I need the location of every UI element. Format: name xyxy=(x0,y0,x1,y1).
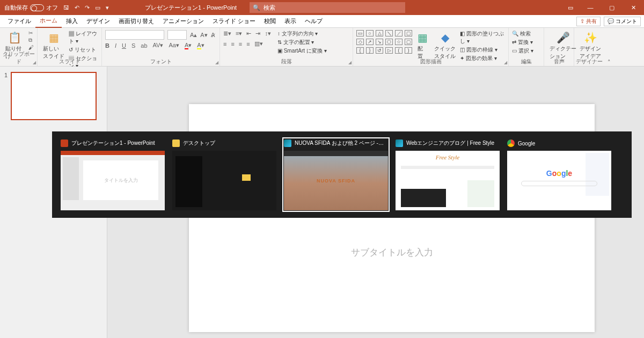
clear-format-icon[interactable]: A̷ xyxy=(211,32,215,39)
new-slide-button[interactable]: ▦新しい スライド xyxy=(41,30,67,61)
paragraph-launcher-icon[interactable]: ◢ xyxy=(348,60,352,65)
drawing-launcher-icon[interactable]: ◢ xyxy=(504,60,507,65)
justify-icon[interactable]: ≡ xyxy=(246,41,250,47)
autosave-toggle[interactable]: 自動保存 オフ xyxy=(4,4,58,12)
task-edge-nuova[interactable]: NUOVA SFIDA および他 2 ページ -… NUOVA SFIDA xyxy=(284,139,388,210)
tab-slideshow[interactable]: スライド ショー xyxy=(208,15,260,28)
tab-review[interactable]: 校閲 xyxy=(260,15,280,28)
edge-icon xyxy=(396,139,403,147)
shadow-button[interactable]: ab xyxy=(141,42,147,49)
autosave-label: 自動保存 xyxy=(4,4,28,12)
task-label: Webエンジニアのブログ | Free Style xyxy=(406,139,494,147)
shapes-gallery[interactable]: ▭○△＼／▢ ◇↗↘⬡☆▢ {}↺▷() xyxy=(356,30,413,55)
collapse-ribbon-icon[interactable]: ˄ xyxy=(604,28,614,66)
underline-button[interactable]: U xyxy=(122,42,126,49)
bullets-icon[interactable]: ≣▾ xyxy=(223,30,231,37)
find-button[interactable]: 🔍 検索 xyxy=(512,30,533,38)
columns-icon[interactable]: ▥▾ xyxy=(254,40,263,47)
font-size-combo[interactable] xyxy=(167,30,187,40)
grow-font-icon[interactable]: A▴ xyxy=(190,32,197,39)
comments-button[interactable]: 💬コメント xyxy=(604,17,641,26)
align-text-button[interactable]: ⇅ 文字の配置 ▾ xyxy=(277,39,327,46)
redo-icon[interactable]: ↷ xyxy=(85,4,90,11)
tab-transitions[interactable]: 画面切り替え xyxy=(114,15,158,28)
save-icon[interactable]: 🖫 xyxy=(63,4,69,11)
shape-outline-button[interactable]: ◫ 図形の枠線 ▾ xyxy=(460,46,505,54)
smartart-button[interactable]: ▣ SmartArt に変換 ▾ xyxy=(277,47,327,55)
ribbon: 📋貼り付け ✂ ⧉ 🖌 クリップボード ◢ ▦新しい スライド ▦ レイアウト … xyxy=(0,28,644,67)
edge-icon xyxy=(284,139,291,147)
design-ideas-icon: ✨ xyxy=(584,31,597,44)
group-font: A▴ A▾ A̷ B I U S ab AV▾ Aa▾ A▾ A▾ フォント ◢ xyxy=(102,28,220,66)
group-editing: 🔍 検索 ⇄ 置換 ▾ ▭ 選択 ▾ 編集 xyxy=(509,28,544,66)
group-drawing: ▭○△＼／▢ ◇↗↘⬡☆▢ {}↺▷() ▦配置 ◆クイック スタイル ◧ 図形… xyxy=(353,28,509,66)
task-label: プレゼンテーション1 - PowerPoint xyxy=(71,139,155,147)
align-left-icon[interactable]: ≡ xyxy=(223,41,226,47)
task-thumbnail: Free Style xyxy=(396,151,500,210)
cut-icon[interactable]: ✂ xyxy=(28,30,34,36)
task-thumbnail: タイトルを入力 xyxy=(61,151,165,210)
charspacing-button[interactable]: AV▾ xyxy=(153,42,164,49)
clipboard-launcher-icon[interactable]: ◢ xyxy=(33,60,36,65)
select-button[interactable]: ▭ 選択 ▾ xyxy=(512,47,533,55)
text-direction-button[interactable]: ↕ 文字列の方向 ▾ xyxy=(277,30,327,38)
from-beginning-icon[interactable]: ▭ xyxy=(95,4,100,11)
task-chrome-google[interactable]: Google Google xyxy=(507,139,611,210)
design-ideas-button[interactable]: ✨デザイン アイデア xyxy=(577,30,603,61)
task-edge-blog[interactable]: Webエンジニアのブログ | Free Style Free Style xyxy=(396,139,500,210)
italic-button[interactable]: I xyxy=(115,42,116,49)
slide-thumbnail-1[interactable]: 1 xyxy=(4,72,103,120)
indent-dec-icon[interactable]: ⇤ xyxy=(246,30,251,37)
tab-animations[interactable]: アニメーション xyxy=(158,15,208,28)
tab-insert[interactable]: 挿入 xyxy=(62,15,82,28)
task-desktop[interactable]: デスクトップ xyxy=(172,139,276,210)
new-slide-icon: ▦ xyxy=(49,31,59,44)
subtitle-placeholder[interactable]: サブタイトルを入力 xyxy=(351,246,433,259)
changecase-button[interactable]: Aa▾ xyxy=(169,42,179,49)
replace-button[interactable]: ⇄ 置換 ▾ xyxy=(512,39,533,46)
maximize-icon[interactable]: ▢ xyxy=(601,0,623,15)
fontcolor-button[interactable]: A▾ xyxy=(185,42,192,49)
share-button[interactable]: ⇪共有 xyxy=(576,17,601,26)
minimize-icon[interactable]: — xyxy=(580,0,601,15)
tab-view[interactable]: 表示 xyxy=(280,15,301,28)
search-placeholder: 検索 xyxy=(264,4,275,12)
search-box[interactable]: 🔍 検索 xyxy=(250,2,405,13)
ribbon-display-options-icon[interactable]: ▭ xyxy=(561,0,580,15)
bold-button[interactable]: B xyxy=(105,42,109,49)
task-label: Google xyxy=(518,141,535,146)
title-bar: 自動保存 オフ 🖫 ↶ ↷ ▭ ▾ プレゼンテーション1 - PowerPoin… xyxy=(0,0,644,15)
font-launcher-icon[interactable]: ◢ xyxy=(215,60,218,65)
tab-help[interactable]: ヘルプ xyxy=(301,15,327,28)
copy-icon[interactable]: ⧉ xyxy=(28,37,34,43)
share-icon: ⇪ xyxy=(580,18,584,24)
strike-button[interactable]: S xyxy=(131,42,135,49)
layout-button[interactable]: ▦ レイアウト ▾ xyxy=(69,30,98,45)
window-controls: ▭ — ▢ ✕ xyxy=(561,0,644,15)
highlight-button[interactable]: A▾ xyxy=(197,42,204,49)
task-powerpoint[interactable]: プレゼンテーション1 - PowerPoint タイトルを入力 xyxy=(61,139,165,210)
align-right-icon[interactable]: ≡ xyxy=(239,41,242,47)
font-family-combo[interactable] xyxy=(105,30,164,40)
group-paragraph: ≣▾ ≡▾ ⇤ ⇥ ↕▾ ≡ ≡ ≡ ≡ ▥▾ ↕ 文字列の方向 ▾ ⇅ 文字の… xyxy=(220,28,353,66)
undo-icon[interactable]: ↶ xyxy=(75,4,79,11)
qat-more-icon[interactable]: ▾ xyxy=(106,4,109,11)
arrange-button[interactable]: ▦配置 xyxy=(415,30,430,61)
quick-styles-button[interactable]: ◆クイック スタイル xyxy=(432,30,458,61)
autosave-state: オフ xyxy=(46,4,58,12)
align-center-icon[interactable]: ≡ xyxy=(231,41,234,47)
shrink-font-icon[interactable]: A▾ xyxy=(200,32,207,39)
shape-fill-button[interactable]: ◧ 図形の塗りつぶし ▾ xyxy=(460,30,505,45)
reset-button[interactable]: ↺ リセット xyxy=(69,46,98,54)
numbering-icon[interactable]: ≡▾ xyxy=(236,30,242,37)
tab-file[interactable]: ファイル xyxy=(3,15,35,28)
task-thumbnail: Google xyxy=(507,151,611,210)
linespacing-icon[interactable]: ↕▾ xyxy=(265,30,271,37)
chrome-icon xyxy=(507,139,515,147)
tab-home[interactable]: ホーム xyxy=(35,15,62,28)
group-slides: ▦新しい スライド ▦ レイアウト ▾ ↺ リセット ▤ セクション ▾ スライ… xyxy=(38,28,102,66)
tab-design[interactable]: デザイン xyxy=(82,15,114,28)
indent-inc-icon[interactable]: ⇥ xyxy=(255,30,260,37)
format-painter-icon[interactable]: 🖌 xyxy=(28,45,34,50)
close-icon[interactable]: ✕ xyxy=(623,0,644,15)
